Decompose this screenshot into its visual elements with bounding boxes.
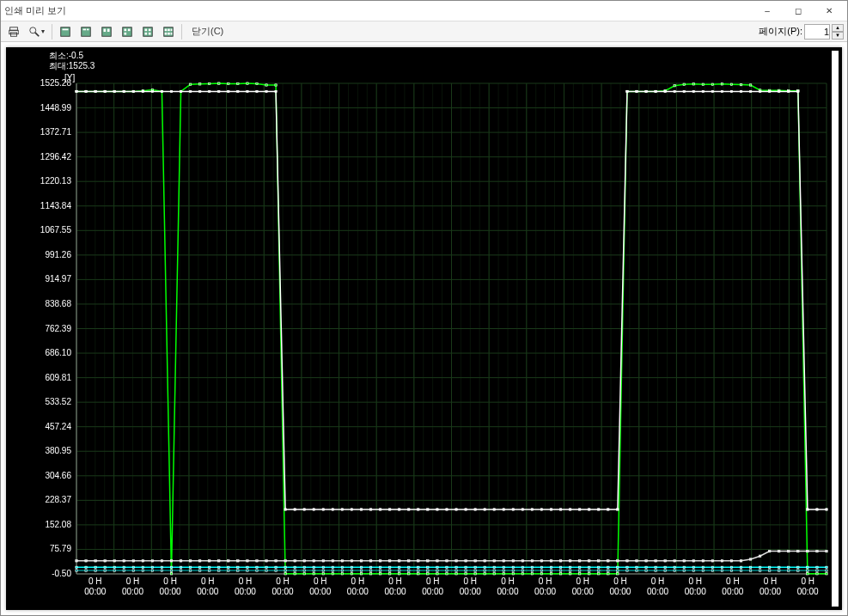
svg-text:0 H: 0 H: [239, 576, 253, 586]
svg-rect-12: [107, 28, 110, 32]
svg-rect-451: [797, 550, 799, 552]
svg-rect-605: [740, 570, 741, 571]
svg-rect-446: [749, 558, 751, 560]
svg-rect-440: [692, 560, 694, 562]
page-spin-down-button[interactable]: ▼: [832, 32, 844, 40]
nav-prev-button[interactable]: [76, 23, 95, 40]
svg-rect-280: [692, 83, 694, 85]
close-preview-button[interactable]: 닫기(C): [186, 23, 229, 40]
svg-rect-563: [341, 570, 343, 571]
svg-rect-272: [617, 573, 619, 575]
page-next-icon: [101, 26, 113, 38]
svg-rect-7: [82, 27, 91, 36]
svg-rect-557: [284, 570, 286, 571]
svg-text:00:00: 00:00: [309, 587, 331, 596]
svg-rect-257: [474, 573, 476, 575]
svg-rect-318: [294, 509, 296, 510]
nav-last-button[interactable]: [118, 23, 137, 40]
svg-rect-298: [104, 90, 106, 92]
svg-text:0 H: 0 H: [276, 576, 290, 586]
svg-rect-285: [740, 83, 741, 85]
svg-rect-27: [168, 32, 170, 34]
svg-rect-463: [151, 566, 153, 568]
svg-rect-246: [369, 573, 371, 575]
preview-sheet[interactable]: 1525.281448.991372.711296.421220.131143.…: [6, 47, 842, 610]
close-window-button[interactable]: ✕: [814, 3, 844, 20]
zoom-button[interactable]: ▾: [25, 23, 48, 40]
svg-rect-261: [512, 573, 514, 575]
svg-rect-479: [303, 566, 305, 568]
print-button[interactable]: [4, 23, 23, 40]
svg-rect-588: [578, 570, 580, 571]
svg-rect-504: [540, 566, 542, 568]
svg-text:00:00: 00:00: [572, 587, 594, 596]
svg-rect-496: [465, 566, 467, 568]
svg-rect-480: [313, 566, 314, 568]
svg-line-4: [35, 32, 39, 35]
svg-rect-417: [474, 560, 476, 562]
svg-rect-512: [617, 566, 619, 568]
svg-rect-369: [778, 90, 780, 92]
svg-rect-281: [702, 83, 704, 85]
svg-rect-481: [322, 566, 324, 568]
svg-rect-532: [807, 566, 808, 568]
svg-rect-598: [674, 570, 675, 571]
svg-rect-421: [512, 560, 514, 562]
window-title: 인쇄 미리 보기: [4, 4, 753, 17]
svg-rect-304: [161, 90, 162, 92]
svg-rect-387: [189, 560, 191, 562]
svg-text:380.95: 380.95: [45, 446, 71, 455]
svg-rect-378: [104, 560, 106, 562]
svg-rect-572: [427, 570, 429, 571]
svg-rect-452: [807, 550, 808, 552]
svg-text:991.26: 991.26: [45, 250, 71, 259]
svg-text:1296.42: 1296.42: [40, 152, 72, 162]
svg-rect-392: [237, 560, 239, 562]
minimize-button[interactable]: –: [753, 3, 782, 20]
svg-rect-286: [749, 84, 751, 86]
svg-rect-241: [322, 573, 324, 575]
svg-rect-420: [503, 560, 504, 562]
svg-rect-577: [474, 570, 476, 571]
svg-rect-432: [617, 560, 619, 562]
svg-rect-405: [360, 560, 362, 562]
svg-rect-604: [730, 570, 732, 571]
min-label: 최소:-0.5: [49, 51, 95, 61]
svg-rect-350: [598, 509, 600, 510]
svg-rect-386: [180, 560, 181, 562]
svg-text:00:00: 00:00: [272, 587, 294, 596]
nav-grid6-button[interactable]: [159, 23, 178, 40]
svg-rect-264: [540, 573, 542, 575]
svg-rect-327: [379, 509, 381, 510]
svg-text:457.24: 457.24: [45, 422, 71, 431]
svg-rect-591: [607, 570, 609, 571]
svg-rect-360: [692, 90, 694, 92]
svg-rect-476: [275, 566, 277, 568]
svg-text:0 H: 0 H: [688, 576, 702, 586]
svg-rect-268: [578, 573, 580, 575]
nav-first-button[interactable]: [56, 23, 75, 40]
svg-rect-486: [369, 566, 371, 568]
page-number-input[interactable]: [804, 24, 830, 40]
svg-rect-608: [768, 570, 770, 571]
svg-rect-8: [83, 28, 87, 30]
page-spin-up-button[interactable]: ▲: [832, 24, 844, 32]
svg-rect-578: [484, 570, 485, 571]
svg-rect-487: [379, 566, 381, 568]
svg-rect-519: [683, 566, 685, 568]
page-selector: 페이지(P): ▲ ▼: [759, 24, 844, 40]
svg-rect-597: [664, 570, 666, 571]
svg-text:0 H: 0 H: [201, 576, 215, 586]
nav-next-button[interactable]: [97, 23, 116, 40]
svg-rect-490: [408, 566, 410, 568]
svg-text:-0.50: -0.50: [52, 569, 71, 578]
maximize-button[interactable]: ◻: [784, 3, 813, 20]
svg-rect-368: [768, 90, 770, 92]
nav-grid4-button[interactable]: [138, 23, 157, 40]
svg-rect-549: [209, 570, 210, 571]
svg-rect-409: [399, 560, 400, 562]
svg-rect-510: [598, 566, 600, 568]
svg-rect-267: [569, 573, 570, 575]
svg-rect-468: [198, 566, 200, 568]
svg-rect-524: [730, 566, 732, 568]
